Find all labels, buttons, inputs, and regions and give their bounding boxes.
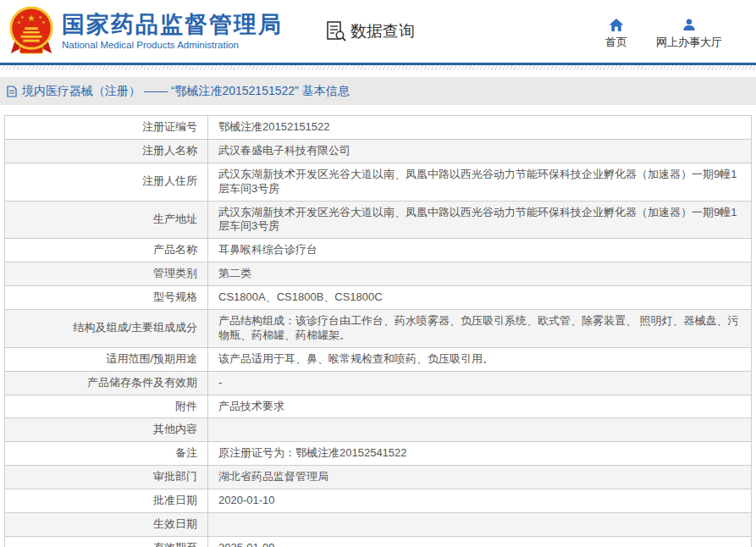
data-query-nav[interactable]: 数据查询 — [325, 20, 415, 42]
nav-home-label: 首页 — [605, 35, 627, 50]
row-label: 适用范围/预期用途 — [5, 347, 208, 371]
page-title: 境内医疗器械（注册） —— “鄂械注准20152151522” 基本信息 — [22, 84, 350, 99]
row-value: 耳鼻喉科综合诊疗台 — [208, 239, 752, 262]
row-value: CS1800A、CS1800B、CS1800C — [208, 286, 752, 310]
svg-text:★: ★ — [27, 13, 36, 23]
row-value: 2020-01-10 — [208, 489, 752, 513]
user-icon — [682, 18, 697, 32]
document-icon — [7, 86, 17, 97]
top-nav: 首页 网上办事大厅 — [605, 13, 722, 50]
row-label: 产品名称 — [5, 239, 208, 262]
org-title-block: 国家药品监督管理局 National Medical Products Admi… — [62, 13, 283, 50]
row-value: 产品结构组成：该诊疗台由工作台、药水喷雾器、负压吸引系统、欧式管、除雾装置、 照… — [208, 310, 752, 348]
table-row: 结构及组成/主要组成成分 产品结构组成：该诊疗台由工作台、药水喷雾器、负压吸引系… — [5, 310, 752, 348]
row-label: 其他内容 — [5, 418, 208, 442]
nav-online-hall[interactable]: 网上办事大厅 — [656, 18, 722, 50]
org-name-cn: 国家药品监督管理局 — [62, 13, 283, 38]
data-query-label: 数据查询 — [350, 20, 415, 42]
row-value: 产品技术要求 — [208, 395, 752, 418]
table-row: 注册人名称 武汉春盛电子科技有限公司 — [5, 139, 752, 163]
breadcrumb-bar: 境内医疗器械（注册） —— “鄂械注准20152151522” 基本信息 — [0, 77, 756, 105]
info-table-body: 注册证编号 鄂械注准20152151522 注册人名称 武汉春盛电子科技有限公司… — [5, 116, 752, 547]
table-row: 其他内容 — [5, 418, 752, 442]
row-value: 2025-01-09 — [208, 536, 752, 547]
table-row: 批准日期 2020-01-10 — [5, 489, 752, 513]
row-value: 武汉东湖新技术开发区光谷大道以南、凤凰中路以西光谷动力节能环保科技企业孵化器（加… — [208, 163, 752, 201]
table-row: 生产地址 武汉东湖新技术开发区光谷大道以南、凤凰中路以西光谷动力节能环保科技企业… — [5, 201, 752, 239]
site-header: ★ ★ ★ ★ ★ 国家药品监督管理局 National Medical Pro… — [0, 0, 756, 63]
row-label: 审批部门 — [5, 466, 208, 489]
row-value: 武汉春盛电子科技有限公司 — [208, 139, 752, 163]
row-label: 注册证编号 — [5, 116, 208, 140]
table-row: 注册证编号 鄂械注准20152151522 — [5, 116, 752, 140]
table-row: 审批部门 湖北省药品监督管理局 — [5, 466, 752, 489]
row-label: 管理类别 — [5, 262, 208, 286]
document-search-icon — [325, 20, 347, 42]
row-label: 附件 — [5, 395, 208, 418]
info-table: 注册证编号 鄂械注准20152151522 注册人名称 武汉春盛电子科技有限公司… — [4, 115, 752, 547]
table-row: 管理类别 第二类 — [5, 262, 752, 286]
nav-hall-label: 网上办事大厅 — [656, 35, 722, 50]
row-label: 产品储存条件及有效期 — [5, 371, 208, 395]
svg-text:★: ★ — [41, 20, 46, 25]
row-label: 型号规格 — [5, 286, 208, 310]
row-label: 结构及组成/主要组成成分 — [5, 310, 208, 348]
nav-home[interactable]: 首页 — [605, 18, 627, 50]
svg-text:★: ★ — [20, 15, 25, 19]
table-row: 产品名称 耳鼻喉科综合诊疗台 — [5, 239, 752, 262]
table-row: 适用范围/预期用途 该产品适用于耳、鼻、喉常规检查和喷药、负压吸引用。 — [5, 347, 752, 371]
row-label: 批准日期 — [5, 489, 208, 513]
table-row: 生效日期 — [5, 513, 752, 537]
row-value: - — [208, 371, 752, 395]
row-label: 注册人住所 — [5, 163, 208, 201]
table-row: 备注 原注册证号为：鄂械注准20152541522 — [5, 442, 752, 466]
row-label: 有效期至 — [5, 536, 208, 547]
row-label: 生产地址 — [5, 201, 208, 239]
row-value: 武汉东湖新技术开发区光谷大道以南、凤凰中路以西光谷动力节能环保科技企业孵化器（加… — [208, 201, 752, 239]
svg-text:★: ★ — [17, 20, 21, 25]
home-icon — [608, 18, 625, 32]
table-row: 产品储存条件及有效期 - — [5, 371, 752, 395]
table-row: 注册人住所 武汉东湖新技术开发区光谷大道以南、凤凰中路以西光谷动力节能环保科技企… — [5, 163, 752, 201]
row-label: 注册人名称 — [5, 139, 208, 163]
hatch-band — [0, 65, 756, 70]
row-value — [208, 418, 752, 442]
table-row: 附件 产品技术要求 — [5, 395, 752, 418]
row-value: 湖北省药品监督管理局 — [208, 466, 752, 489]
table-row: 型号规格 CS1800A、CS1800B、CS1800C — [5, 286, 752, 310]
row-label: 生效日期 — [5, 513, 208, 537]
svg-text:★: ★ — [38, 15, 42, 19]
row-value: 鄂械注准20152151522 — [208, 116, 752, 140]
row-label: 备注 — [5, 442, 208, 466]
table-row: 有效期至 2025-01-09 — [5, 536, 752, 547]
row-value: 该产品适用于耳、鼻、喉常规检查和喷药、负压吸引用。 — [208, 347, 752, 371]
org-name-en: National Medical Products Administration — [62, 40, 283, 50]
row-value: 第二类 — [208, 262, 752, 286]
national-emblem-logo: ★ ★ ★ ★ ★ — [7, 6, 56, 57]
row-value — [208, 513, 752, 537]
row-value: 原注册证号为：鄂械注准20152541522 — [208, 442, 752, 466]
